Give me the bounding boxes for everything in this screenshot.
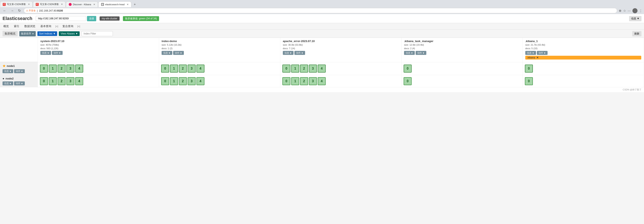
tab-label-1: 写文章-CSDN博客 [7,3,26,6]
shard-4: 4 [196,65,204,73]
shard-1: 1 [291,65,299,73]
shard-4: 4 [75,65,83,73]
index-header-system: system-2023.07.10 size: 407ki (758ki)doc… [38,38,159,62]
action-btn-apache[interactable]: 动作 ▼ [294,51,305,55]
node2-demo-shards: 0 1 2 3 4 [159,75,280,87]
nav-data-browse[interactable]: 数据浏览 [24,24,36,29]
shard-4: 4 [196,77,204,85]
info-btn-demo[interactable]: 信息 ▼ [162,51,172,55]
info-button[interactable]: 信息 ▼ [629,16,642,21]
index-filter-input[interactable] [81,31,113,36]
node2-action-btn[interactable]: 动作 ▼ [14,81,25,85]
shard-3: 3 [66,65,74,73]
shard-4: 4 [75,77,83,85]
info-btn-k1[interactable]: 信息 ▼ [525,51,536,55]
shard-0: 0 [282,77,290,85]
footer-text: CSDN @帅了豁了 [623,88,642,91]
connect-button[interactable]: 连接 [87,16,96,21]
shard-3: 3 [188,65,196,73]
tab-favicon-4: ⚙ [101,3,104,6]
shard-1: 1 [49,77,57,85]
bookmark-icon[interactable]: ☆ [623,9,626,13]
node1-info-btn[interactable]: 信息 ▼ [2,69,13,73]
shard-0: 0 [525,77,533,85]
cluster-health: 集群健康值: green (34 of 34) [123,16,159,21]
address-separator: | [37,9,38,12]
refresh-button[interactable]: 刷新 [632,31,642,36]
node2-system-shards: 0 1 2 3 4 [38,75,159,87]
user-avatar[interactable] [632,8,638,13]
nav-indices[interactable]: 索引 [13,24,20,29]
security-warning: ⚠ 不安全 [26,9,36,12]
shard-3: 3 [309,77,317,85]
node1-label-cell: ★ node1 信息 ▼ 动作 ▼ [0,62,38,75]
tab-label-3: Discover - Kibana [73,3,91,6]
view-aliases-button[interactable]: View Aliases ▼ [59,31,80,36]
tab-2[interactable]: C 写文章-CSDN博客 ✕ [33,1,66,7]
app-logo: Elasticsearch [2,16,32,21]
back-button[interactable]: ← [2,9,8,13]
address-url[interactable]: 192.168.247.80:9100 [39,9,63,12]
url-input[interactable] [36,16,86,21]
node2-ktm-shards: 0 [402,75,523,87]
tab-close-4[interactable]: ✕ [127,3,128,6]
nav-overview[interactable]: 概览 [2,24,10,29]
info-btn-apache[interactable]: 信息 ▼ [283,51,294,55]
tab-4[interactable]: ⚙ elasticsearch-head ✕ [98,2,131,7]
settings-icon[interactable]: ⋯ [628,9,631,13]
node1-action-btn[interactable]: 动作 ▼ [14,69,25,73]
shard-0: 0 [525,65,533,73]
info-btn-system[interactable]: 信息 ▼ [40,51,51,55]
nav-add-compound[interactable]: [+] [78,25,80,28]
shard-1: 1 [49,65,57,73]
shard-0: 0 [404,65,412,73]
node2-label-cell: ● node2 信息 ▼ 动作 ▼ [0,75,38,87]
tab-favicon-1: C [3,3,6,6]
extensions-icon[interactable]: ⊕ [619,9,622,13]
forward-button[interactable]: → [9,9,15,13]
info-btn-ktm[interactable]: 信息 ▼ [404,51,415,55]
node2-data-icon: ● [2,77,4,80]
action-btn-k1[interactable]: 动作 ▼ [537,51,548,55]
index-header-k1: .kibana_1 size: 21.7ki (43.4ki)docs: 5 (… [523,38,644,62]
cluster-name: my-elk-cluster [100,17,120,21]
tab-cluster-overview[interactable]: 集群概览 [2,31,18,36]
sort-indices-button[interactable]: Sort Indices ▼ [38,31,57,36]
kibana-tooltip-close[interactable]: ✕ [536,56,538,59]
tab-close-2[interactable]: ✕ [61,3,63,6]
shard-1: 1 [170,77,178,85]
shard-1: 1 [291,77,299,85]
node2-info-btn[interactable]: 信息 ▼ [2,81,13,85]
shard-2: 2 [179,77,187,85]
shard-4: 4 [318,65,326,73]
menu-icon[interactable]: ⋮ [639,9,642,13]
index-name-ktm: .kibana_task_manager [404,40,520,43]
node2-name: node2 [6,77,14,80]
index-name-system: system-2023.07.10 [40,40,156,43]
reload-button[interactable]: ↻ [17,8,22,13]
new-tab-button[interactable]: + [132,2,138,7]
shard-4: 4 [318,77,326,85]
shard-2: 2 [58,77,66,85]
index-meta-system: size: 407ki (758ki)docs: 563 (1,126) [40,43,156,50]
index-name-demo: index-demo [162,40,278,43]
cluster-sort-button[interactable]: 集群排序 ▼ [19,31,36,36]
index-meta-demo: size: 5.12ki (10.2ki)docs: 1 (2) [162,43,278,50]
tab-close-1[interactable]: ✕ [28,3,30,6]
index-meta-apache: size: 30.0ki (53.8ki)docs: 7 (14) [283,43,399,50]
tab-close-3[interactable]: ✕ [93,3,95,6]
nav-add-basic[interactable]: [+] [56,25,58,28]
node1-master-icon: ★ [2,64,6,68]
nav-compound-query[interactable]: 复合查询 [62,24,74,29]
shard-0: 0 [40,65,48,73]
node2-k1-shards: 0 [523,75,644,87]
index-name-apache: apache_error-2023.07.10 [283,40,399,43]
node2-apache-shards: 0 1 2 3 4 [280,75,402,87]
action-btn-demo[interactable]: 动作 ▼ [173,51,184,55]
action-btn-system[interactable]: 动作 ▼ [52,51,62,55]
shard-2: 2 [300,65,308,73]
tab-1[interactable]: C 写文章-CSDN博客 ✕ [0,1,32,7]
action-btn-ktm[interactable]: 动作 ▼ [416,51,426,55]
tab-3[interactable]: Discover - Kibana ✕ [66,2,98,7]
nav-basic-query[interactable]: 基本查询 [40,24,52,29]
